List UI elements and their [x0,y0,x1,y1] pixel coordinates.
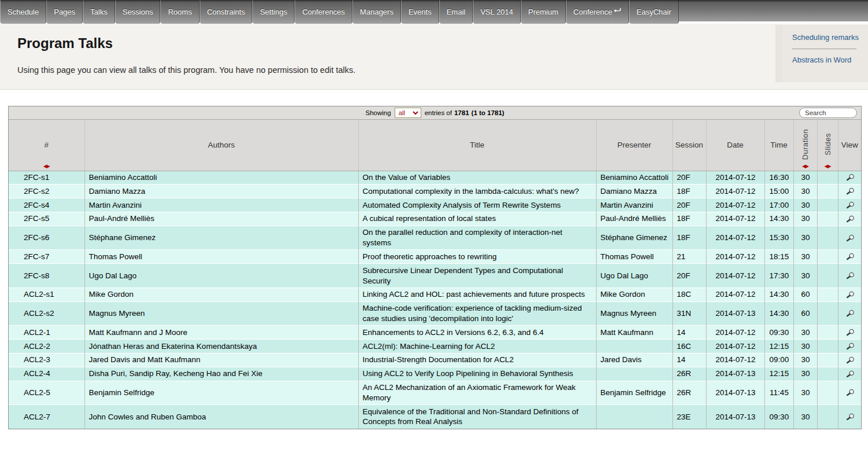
view-magnifier-icon[interactable] [845,291,855,299]
nav-tab-label: Talks [90,8,108,16]
presenter-cell: Thomas Powell [596,250,672,264]
nav-tab-label: Constraints [207,8,245,16]
view-magnifier-icon[interactable] [845,253,855,261]
view-magnifier-icon[interactable] [845,370,855,378]
session-cell: 20F [672,171,706,185]
entries-per-page-select[interactable]: all [395,108,421,118]
talks-table-container: Showing all entries of 1781 (1 to 1781) … [8,106,862,429]
entries-select-value: all [399,109,406,116]
title-cell: Proof theoretic approaches to rewriting [358,250,596,264]
date-cell: 2014-07-12 [706,340,764,353]
view-magnifier-icon[interactable] [845,356,855,364]
view-cell [838,367,861,381]
column-label-duration: Duration [801,129,810,160]
view-magnifier-icon[interactable] [845,343,855,351]
talk-id-cell: 2FC-s4 [9,198,84,212]
duration-cell: 30 [793,326,817,340]
view-magnifier-icon[interactable] [845,201,855,209]
nav-tab-easychair[interactable]: EasyChair [629,0,679,24]
view-magnifier-icon[interactable] [845,389,855,397]
nav-tab-constraints[interactable]: Constraints [200,0,253,24]
authors-cell: Stéphane Gimenez [84,226,358,250]
view-cell [838,353,861,367]
nav-tab-label: Settings [260,8,287,16]
nav-tab-settings[interactable]: Settings [252,0,295,24]
column-header-id[interactable]: # ◀▶ [9,120,84,171]
nav-tab-talks[interactable]: Talks [83,0,115,24]
authors-cell: Disha Puri, Sandip Ray, Kecheng Hao and … [84,367,358,381]
authors-cell: Thomas Powell [84,250,358,264]
talk-id-cell: ACL2-7 [9,405,84,429]
sort-icon[interactable]: ◀▶ [9,163,84,169]
page-header: Program Talks Using this page you can vi… [0,24,868,90]
nav-tab-sessions[interactable]: Sessions [115,0,161,24]
talk-id-cell: 2FC-s7 [9,250,84,264]
nav-tab-label: Pages [54,8,75,16]
nav-tab-label: Sessions [123,8,153,16]
view-magnifier-icon[interactable] [845,215,855,223]
time-cell: 09:30 [764,405,793,429]
presenter-cell: Damiano Mazza [596,185,672,198]
view-magnifier-icon[interactable] [845,329,855,337]
time-cell: 12:15 [764,367,793,381]
view-magnifier-icon[interactable] [845,310,855,318]
session-cell: 16C [672,340,706,353]
nav-tab-conferences[interactable]: Conferences [295,0,352,24]
chevron-down-icon [413,111,418,115]
table-toolbar: Showing all entries of 1781 (1 to 1781) [9,106,861,120]
view-cell [838,326,861,340]
view-magnifier-icon[interactable] [845,272,855,280]
nav-tab-events[interactable]: Events [401,0,439,24]
column-header-slides[interactable]: Slides ◀▶ [817,120,838,171]
table-row: 2FC-s7 Thomas Powell Proof theoretic app… [9,250,861,264]
title-cell: Computational complexity in the lambda-c… [358,185,596,198]
session-cell: 18F [672,226,706,250]
nav-tab-premium[interactable]: Premium [521,0,566,24]
table-row: 2FC-s2 Damiano Mazza Computational compl… [9,185,861,198]
view-magnifier-icon[interactable] [845,174,855,182]
column-header-duration[interactable]: Duration ◀▶ [793,120,817,171]
title-cell: On the parallel reduction and complexity… [358,226,596,250]
entries-range: (1 to 1781) [472,109,505,116]
date-cell: 2014-07-12 [706,171,764,185]
duration-cell: 30 [793,353,817,367]
nav-tab-conference[interactable]: Conference [566,0,629,24]
abstracts-in-word-link[interactable]: Abstracts in Word [792,56,862,64]
sort-icon[interactable]: ◀▶ [794,163,817,169]
side-panel-divider [792,49,856,49]
title-cell: A cubical representation of local states [358,212,596,226]
sort-icon[interactable]: ◀▶ [818,163,838,169]
slides-cell [817,226,838,250]
nav-tab-managers[interactable]: Managers [352,0,401,24]
nav-tab-email[interactable]: Email [439,0,473,24]
presenter-cell: Jared Davis [596,353,672,367]
view-magnifier-icon[interactable] [845,234,855,242]
session-cell: 18F [672,212,706,226]
nav-tab-schedule[interactable]: Schedule [0,0,46,24]
time-cell: 14:30 [764,288,793,301]
side-panel: Scheduling remarks Abstracts in Word [775,25,868,82]
view-magnifier-icon[interactable] [845,413,855,421]
nav-tab-rooms[interactable]: Rooms [160,0,199,24]
nav-tab-vsl-2014[interactable]: VSL 2014 [473,0,521,24]
column-label-presenter: Presenter [617,141,652,149]
page-description: Using this page you can view all talks o… [0,51,868,75]
duration-cell: 30 [793,198,817,212]
talk-id-cell: 2FC-s1 [9,171,84,185]
top-navbar: Schedule Pages Talks Sessions Rooms Cons… [0,0,868,24]
view-cell [838,405,861,429]
presenter-cell: Benjamin Selfridge [596,381,672,405]
scheduling-remarks-link[interactable]: Scheduling remarks [792,33,862,42]
content-gap [0,90,868,106]
nav-tab-pages[interactable]: Pages [46,0,83,24]
title-cell: ACL2(ml): Machine-Learning for ACL2 [358,340,596,353]
time-cell: 18:15 [764,250,793,264]
time-cell: 14:30 [764,301,793,326]
column-header-title: Title [358,120,596,171]
search-input[interactable] [799,108,857,118]
authors-cell: Paul-André Melliès [84,212,358,226]
nav-tab-label: Events [409,8,432,16]
view-magnifier-icon[interactable] [845,187,855,196]
time-cell: 09:30 [764,326,793,340]
nav-tab-label: Conference [573,8,612,16]
